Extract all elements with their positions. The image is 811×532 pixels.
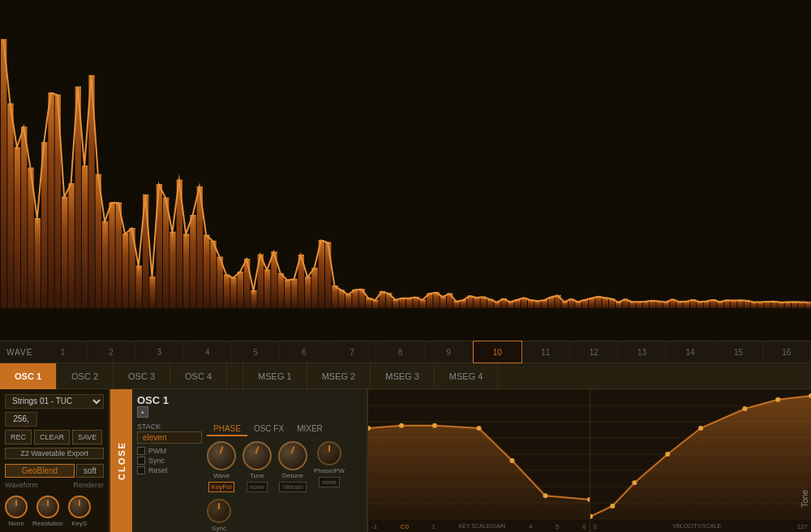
- resolution-label: Resolution: [32, 520, 63, 527]
- wave-cell-14[interactable]: 14: [667, 341, 714, 363]
- key-label-5: 5: [556, 523, 559, 530]
- detune-knob-container: Detune Vibrato: [278, 441, 307, 492]
- tab-osc1[interactable]: OSC 1: [0, 363, 57, 389]
- phase-pw-knob[interactable]: [317, 441, 341, 466]
- clear-button[interactable]: CLEAR: [34, 430, 70, 444]
- osc-icon[interactable]: ▪: [137, 406, 148, 418]
- mixer-tab[interactable]: MIXER: [290, 423, 329, 436]
- wave-knob-label: Wave: [213, 472, 230, 479]
- wave-cell-13[interactable]: 13: [618, 341, 666, 363]
- key-label-minus1: -1: [371, 523, 377, 530]
- waveform-label: Waveform: [5, 481, 38, 489]
- wave-cell-6[interactable]: 6: [280, 341, 328, 363]
- waveform-canvas: [0, 0, 811, 341]
- number-field[interactable]: [5, 412, 37, 427]
- wave-knob[interactable]: [207, 441, 236, 470]
- key-scale-gain-label: KEY SCALE/GAIN: [459, 523, 506, 530]
- stack-value[interactable]: eleven: [137, 431, 202, 444]
- velocity-scale-canvas: [590, 389, 812, 532]
- wave-cell-3[interactable]: 3: [135, 341, 183, 363]
- tab-mseg1[interactable]: MSEG 1: [243, 363, 307, 389]
- norm-label: Norm: [8, 520, 24, 527]
- wave-label: WAVE: [0, 348, 39, 357]
- phase-pw-label: Phase/PW: [314, 467, 345, 474]
- rec-button[interactable]: REC: [5, 430, 32, 444]
- soft-button[interactable]: soft: [76, 464, 104, 478]
- wave-cell-4[interactable]: 4: [184, 341, 232, 363]
- reset-checkbox[interactable]: [137, 466, 145, 474]
- geoblend-button[interactable]: GeoBlend: [5, 464, 75, 478]
- wave-selector-bar: WAVE 12345678910111213141516: [0, 341, 811, 363]
- preset-dropdown[interactable]: Strings 01 - TUC: [5, 394, 104, 409]
- tone-label: Tone: [800, 490, 809, 508]
- bottom-knobs-row: Norm Resolution KeyS: [5, 496, 104, 527]
- right-graphs: -1 C0 1 KEY SCALE/GAIN 4 5 6 Tone 0 VELO…: [367, 389, 811, 532]
- tune-none[interactable]: none: [247, 482, 268, 492]
- osc-panel: OSC 1 ▪ STACK eleven PWM Sync: [132, 389, 367, 532]
- detune-knob-label: Detune: [282, 472, 303, 479]
- keys-knob-container: KeyS: [68, 496, 91, 527]
- phase-tab[interactable]: PHASE: [207, 423, 247, 436]
- phase-pw-none[interactable]: none: [319, 477, 340, 487]
- phase-pw-knob-container: Phase/PW none: [314, 441, 345, 492]
- tab-mseg2[interactable]: MSEG 2: [307, 363, 371, 389]
- left-panel: Strings 01 - TUC REC CLEAR SAVE Z2 Wavet…: [0, 389, 109, 532]
- tune-knob-container: Tune none: [242, 441, 272, 492]
- sync-label: Sync: [148, 457, 165, 465]
- resolution-knob-container: Resolution: [32, 496, 63, 527]
- stack-label: STACK: [137, 423, 202, 431]
- phase-tabs: PHASE OSC FX MIXER: [207, 423, 362, 436]
- wave-cell-10[interactable]: 10: [473, 341, 521, 363]
- key-scale-graph: -1 C0 1 KEY SCALE/GAIN 4 5 6: [367, 389, 590, 532]
- sync-knob-container: Sync none: [207, 499, 231, 532]
- norm-knob-container: Norm: [5, 496, 28, 527]
- bottom-section: Strings 01 - TUC REC CLEAR SAVE Z2 Wavet…: [0, 389, 811, 532]
- save-button[interactable]: SAVE: [72, 430, 102, 444]
- key-label-4: 4: [529, 523, 532, 530]
- resolution-knob[interactable]: [36, 496, 59, 518]
- tab-osc2[interactable]: OSC 2: [57, 363, 114, 389]
- keys-knob[interactable]: [68, 496, 91, 518]
- key-scale-canvas: [368, 389, 590, 532]
- reset-label: Reset: [148, 466, 168, 474]
- tune-knob[interactable]: [242, 441, 272, 470]
- renderer-label: Renderer: [73, 481, 104, 489]
- wave-cell-7[interactable]: 7: [328, 341, 376, 363]
- wave-cell-15[interactable]: 15: [714, 341, 762, 363]
- wave-cell-16[interactable]: 16: [763, 341, 811, 363]
- key-label-c0: C0: [401, 523, 409, 530]
- sync-checkbox[interactable]: [137, 457, 145, 465]
- close-button[interactable]: CLOSE: [109, 389, 132, 532]
- wave-keyfol[interactable]: KeyFol: [208, 482, 235, 492]
- pwm-checkbox[interactable]: [137, 447, 145, 455]
- wave-cell-2[interactable]: 2: [88, 341, 135, 363]
- wave-cell-9[interactable]: 9: [425, 341, 473, 363]
- velocity-scale-label: VELOCITY/SCALE: [673, 523, 722, 530]
- wave-cells: 12345678910111213141516: [39, 341, 811, 363]
- tune-knob-label: Tune: [250, 472, 264, 479]
- wave-cell-12[interactable]: 12: [570, 341, 618, 363]
- tab-osc3[interactable]: OSC 3: [114, 363, 170, 389]
- osc-fx-tab[interactable]: OSC FX: [247, 423, 290, 436]
- wave-cell-11[interactable]: 11: [522, 341, 570, 363]
- tab-mseg4[interactable]: MSEG 4: [435, 363, 499, 389]
- velocity-scale-graph: Tone 0 VELOCITY/SCALE 127: [590, 389, 812, 532]
- norm-knob[interactable]: [5, 496, 28, 518]
- wave-knob-container: Wave KeyFol: [207, 441, 236, 492]
- tab-bar: OSC 1OSC 2OSC 3OSC 4MSEG 1MSEG 2MSEG 3MS…: [0, 363, 811, 389]
- rec-clear-save-row: REC CLEAR SAVE: [5, 430, 104, 444]
- waveform-renderer-labels: Waveform Renderer: [5, 481, 104, 489]
- tab-mseg3[interactable]: MSEG 3: [371, 363, 435, 389]
- osc-checkboxes: PWM Sync Reset: [137, 447, 202, 474]
- wave-cell-8[interactable]: 8: [376, 341, 424, 363]
- detune-knob[interactable]: [278, 441, 307, 470]
- wave-cell-5[interactable]: 5: [232, 341, 280, 363]
- osc-right-controls: PHASE OSC FX MIXER Wave KeyFol Tune: [207, 423, 362, 532]
- export-button[interactable]: Z2 Wavetable Export: [5, 448, 104, 459]
- detune-vibrato[interactable]: Vibrato: [279, 482, 306, 492]
- sync-knob[interactable]: [207, 499, 231, 523]
- sync-knob-label: Sync: [212, 525, 226, 532]
- wave-cell-1[interactable]: 1: [39, 341, 87, 363]
- reset-checkbox-row: Reset: [137, 466, 202, 474]
- tab-osc4[interactable]: OSC 4: [170, 363, 227, 389]
